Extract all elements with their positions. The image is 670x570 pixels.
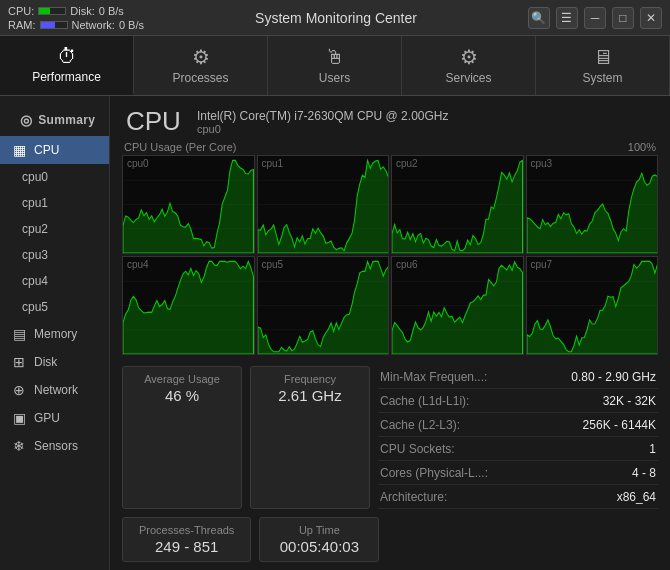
sidebar-item-gpu[interactable]: ▣ GPU [0,404,109,432]
cpu-label: CPU: [8,5,34,17]
sidebar-cpu-label: CPU [34,143,59,157]
window-controls: 🔍 ☰ ─ □ ✕ [528,7,662,29]
sidebar-item-sensors[interactable]: ❄ Sensors [0,432,109,460]
sidebar-item-cpu[interactable]: ▦ CPU [0,136,109,164]
proc-label: Processes-Threads [139,524,234,536]
sidebar-sensors-label: Sensors [34,439,78,453]
info-key-3: CPU Sockets: [380,442,455,456]
disk-value: 0 B/s [99,5,124,17]
gpu-icon: ▣ [10,410,28,426]
sidebar-item-cpu4[interactable]: cpu4 [0,268,109,294]
main-layout: ◎ Summary ▦ CPU cpu0 cpu1 cpu2 cpu3 cpu4… [0,96,670,570]
frequency-value: 2.61 GHz [267,387,353,404]
info-row-4: Cores (Physical-L...:4 - 8 [378,462,658,485]
processes-threads-box: Processes-Threads 249 - 851 [122,517,251,562]
network-icon: ⊕ [10,382,28,398]
stats-row: Average Usage 46 % Frequency 2.61 GHz Mi… [110,358,670,517]
core-label-cpu1: cpu1 [262,158,284,169]
disk-label: Disk: [70,5,94,17]
title-bar: CPU: Disk: 0 B/s RAM: Network: 0 B/s Sys… [0,0,670,36]
sidebar-item-summary[interactable]: ◎ Summary [10,106,101,134]
graph-label-row: CPU Usage (Per Core) 100% [122,141,658,153]
info-val-4: 4 - 8 [632,466,656,480]
graph-cell-cpu1: cpu1 [257,155,390,254]
graph-max: 100% [628,141,656,153]
info-panel-right: Min-Max Frequen...:0.80 - 2.90 GHzCache … [378,366,658,509]
tab-services[interactable]: ⚙ Services [402,36,536,95]
info-row-0: Min-Max Frequen...:0.80 - 2.90 GHz [378,366,658,389]
core-label-cpu6: cpu6 [396,259,418,270]
tab-processes[interactable]: ⚙ Processes [134,36,268,95]
cpu2-label: cpu2 [22,222,48,236]
sidebar-item-disk[interactable]: ⊞ Disk [0,348,109,376]
app-title: System Monitoring Center [255,10,417,26]
minimize-button[interactable]: ─ [584,7,606,29]
processes-icon: ⚙ [192,47,210,67]
proc-value: 249 - 851 [139,538,234,555]
sidebar-disk-label: Disk [34,355,57,369]
info-key-2: Cache (L2-L3): [380,418,460,432]
sidebar-section-summary: ◎ Summary [0,100,109,136]
performance-icon: ⏱ [57,46,77,66]
content-area: CPU Intel(R) Core(TM) i7-2630QM CPU @ 2.… [110,96,670,570]
sidebar: ◎ Summary ▦ CPU cpu0 cpu1 cpu2 cpu3 cpu4… [0,96,110,570]
graph-cell-cpu5: cpu5 [257,256,390,355]
sidebar-item-network[interactable]: ⊕ Network [0,376,109,404]
network-value: 0 B/s [119,19,144,31]
users-icon: 🖱 [325,47,345,67]
core-label-cpu2: cpu2 [396,158,418,169]
graph-cell-cpu7: cpu7 [526,256,659,355]
cpu-model: Intel(R) Core(TM) i7-2630QM CPU @ 2.00GH… [197,109,449,123]
sidebar-item-cpu5[interactable]: cpu5 [0,294,109,320]
tab-system[interactable]: 🖥 System [536,36,670,95]
nav-tabs: ⏱ Performance ⚙ Processes 🖱 Users ⚙ Serv… [0,36,670,96]
tab-users[interactable]: 🖱 Users [268,36,402,95]
cpu4-label: cpu4 [22,274,48,288]
system-stats: CPU: Disk: 0 B/s RAM: Network: 0 B/s [8,5,144,31]
tab-performance-label: Performance [32,70,101,84]
close-button[interactable]: ✕ [640,7,662,29]
menu-button[interactable]: ☰ [556,7,578,29]
ram-label: RAM: [8,19,36,31]
sensors-icon: ❄ [10,438,28,454]
tab-processes-label: Processes [172,71,228,85]
sidebar-gpu-label: GPU [34,411,60,425]
maximize-button[interactable]: □ [612,7,634,29]
cpu5-label: cpu5 [22,300,48,314]
uptime-value: 00:05:40:03 [276,538,362,555]
sidebar-item-cpu1[interactable]: cpu1 [0,190,109,216]
info-val-5: x86_64 [617,490,656,504]
info-val-0: 0.80 - 2.90 GHz [571,370,656,384]
info-key-1: Cache (L1d-L1i): [380,394,469,408]
frequency-box: Frequency 2.61 GHz [250,366,370,509]
search-button[interactable]: 🔍 [528,7,550,29]
cpu-id: cpu0 [197,123,449,135]
sidebar-item-cpu2[interactable]: cpu2 [0,216,109,242]
sidebar-item-memory[interactable]: ▤ Memory [0,320,109,348]
cpu3-label: cpu3 [22,248,48,262]
summary-icon: ◎ [20,112,32,128]
sidebar-memory-label: Memory [34,327,77,341]
sidebar-item-cpu3[interactable]: cpu3 [0,242,109,268]
system-icon: 🖥 [593,47,613,67]
cpu-graphs: cpu0cpu1cpu2cpu3cpu4cpu5cpu6cpu7 [122,155,658,355]
graph-cell-cpu4: cpu4 [122,256,255,355]
cpu-info: Intel(R) Core(TM) i7-2630QM CPU @ 2.00GH… [197,109,449,135]
graph-label: CPU Usage (Per Core) [124,141,236,153]
graph-cell-cpu0: cpu0 [122,155,255,254]
core-label-cpu5: cpu5 [262,259,284,270]
info-row-2: Cache (L2-L3):256K - 6144K [378,414,658,437]
uptime-box: Up Time 00:05:40:03 [259,517,379,562]
core-label-cpu0: cpu0 [127,158,149,169]
sidebar-item-cpu0[interactable]: cpu0 [0,164,109,190]
info-val-1: 32K - 32K [603,394,656,408]
network-label: Network: [72,19,115,31]
graph-cell-cpu6: cpu6 [391,256,524,355]
graph-cell-cpu2: cpu2 [391,155,524,254]
bottom-stats: Processes-Threads 249 - 851 Up Time 00:0… [110,517,670,570]
tab-performance[interactable]: ⏱ Performance [0,36,134,95]
disk-nav-icon: ⊞ [10,354,28,370]
info-row-1: Cache (L1d-L1i):32K - 32K [378,390,658,413]
sidebar-summary-label: Summary [38,113,95,127]
info-key-0: Min-Max Frequen...: [380,370,487,384]
